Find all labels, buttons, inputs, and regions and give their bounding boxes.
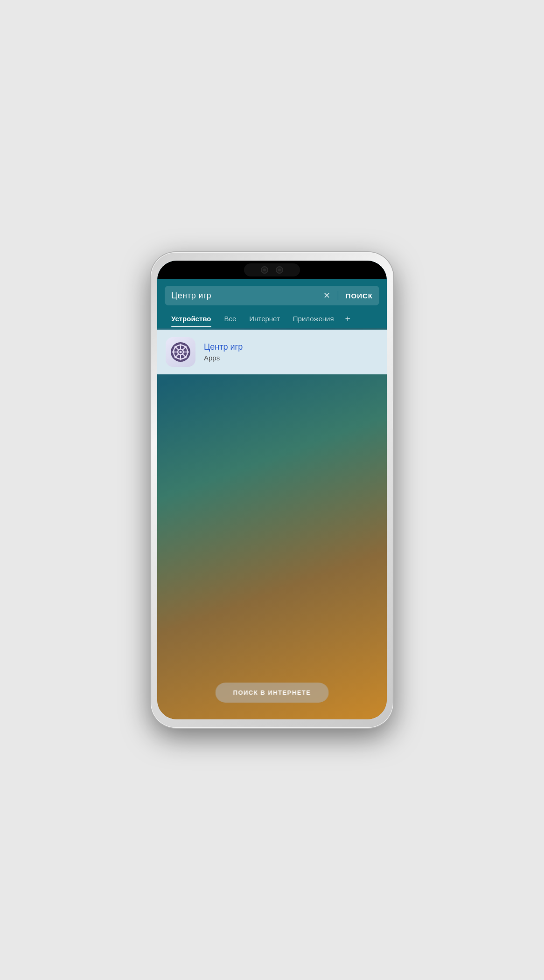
phone-notch: [157, 261, 387, 279]
side-button: [393, 401, 393, 429]
tab-apps[interactable]: Приложения: [286, 311, 341, 327]
clear-icon[interactable]: ✕: [323, 290, 330, 301]
notch-camera-area: [244, 263, 300, 276]
result-item[interactable]: Центр игр Apps: [157, 330, 387, 374]
search-area: Центр игр ✕ ПОИСК Устройство Все Интерне…: [157, 279, 387, 328]
tab-internet[interactable]: Интернет: [243, 311, 286, 327]
result-app-icon: [166, 337, 195, 367]
result-title: Центр игр: [204, 342, 243, 352]
search-result-dropdown: Центр игр Apps: [157, 330, 387, 374]
search-internet-button[interactable]: ПОИСК В ИНТЕРНЕТЕ: [216, 683, 329, 703]
search-button[interactable]: ПОИСК: [346, 292, 373, 300]
svg-point-11: [180, 351, 182, 353]
result-subtitle: Apps: [204, 354, 243, 362]
phone-shell: Центр игр ✕ ПОИСК Устройство Все Интерне…: [151, 252, 393, 728]
tab-device[interactable]: Устройство: [165, 311, 218, 327]
camera-left-icon: [261, 266, 268, 274]
tab-add-button[interactable]: +: [341, 310, 356, 328]
phone-screen: Центр игр ✕ ПОИСК Устройство Все Интерне…: [157, 261, 387, 719]
search-divider: [338, 291, 338, 300]
result-text-block: Центр игр Apps: [204, 342, 243, 362]
camera-right-icon: [276, 266, 283, 274]
tab-all[interactable]: Все: [218, 311, 243, 327]
game-center-svg-icon: [170, 342, 191, 362]
phone-wrapper: Центр игр ✕ ПОИСК Устройство Все Интерне…: [137, 245, 407, 735]
search-input[interactable]: Центр игр: [171, 291, 319, 301]
search-tabs: Устройство Все Интернет Приложения +: [165, 310, 379, 328]
search-bar[interactable]: Центр игр ✕ ПОИСК: [165, 286, 379, 305]
